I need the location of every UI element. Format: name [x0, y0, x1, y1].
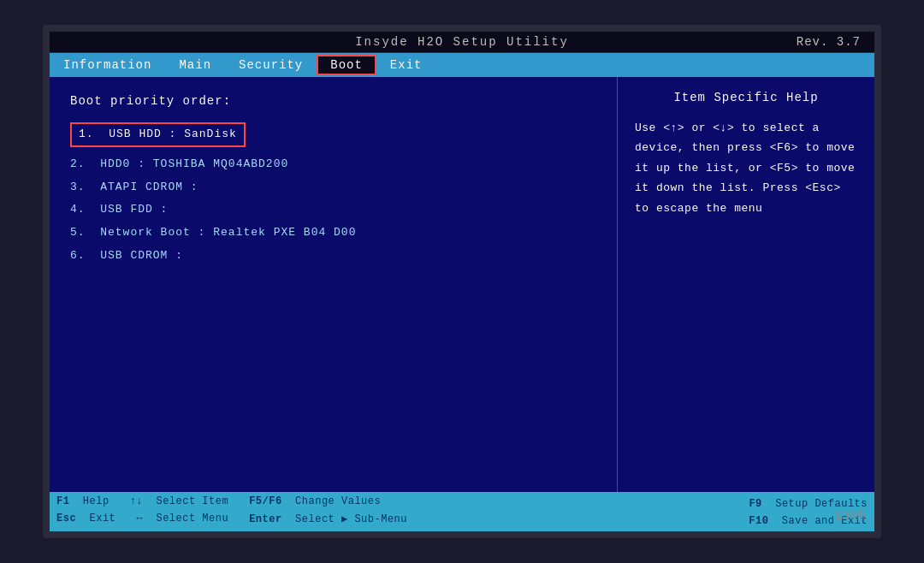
boot-item-2[interactable]: 2. HDD0 : TOSHIBA MQ04ABD200	[70, 153, 596, 176]
menu-item-information[interactable]: Information	[50, 55, 165, 75]
footer-f1-key: F1 Help	[56, 495, 110, 511]
boot-item-6[interactable]: 6. USB CDROM :	[70, 245, 596, 268]
footer-select-menu: ↔ Select Menu	[136, 513, 228, 528]
footer-enter: Enter Select ▶ Sub-Menu	[249, 513, 407, 528]
menu-item-boot[interactable]: Boot	[317, 55, 376, 75]
footer-bar: F1 Help ↑↓ Select Item F5/F6 Change Valu…	[50, 492, 874, 531]
boot-item-1[interactable]: 1. USB HDD : SanDisk	[70, 120, 596, 153]
menu-item-exit[interactable]: Exit	[376, 55, 436, 75]
help-panel-title: Item Specific Help	[635, 91, 857, 104]
main-content: Boot priority order: 1. USB HDD : SanDis…	[50, 77, 874, 492]
boot-item-5[interactable]: 5. Network Boot : Realtek PXE B04 D00	[70, 222, 596, 245]
menu-item-main[interactable]: Main	[165, 55, 225, 75]
boot-item-1-highlight: 1. USB HDD : SanDisk	[70, 122, 246, 147]
footer-f5f6: F5/F6 Change Values	[249, 495, 381, 511]
footer-esc-key: Esc Exit	[56, 513, 116, 528]
left-panel: Boot priority order: 1. USB HDD : SanDis…	[50, 77, 618, 492]
right-panel: Item Specific Help Use <↑> or <↓> to sel…	[618, 77, 874, 492]
bios-revision: Rev. 3.7	[797, 35, 861, 49]
boot-item-4[interactable]: 4. USB FDD :	[70, 199, 596, 222]
bios-screen: Insyde H2O Setup Utility Rev. 3.7 Inform…	[43, 25, 881, 538]
boot-item-3[interactable]: 3. ATAPI CDROM :	[70, 176, 596, 199]
help-text: Use <↑> or <↓> to select a device, then …	[635, 118, 857, 218]
menu-item-security[interactable]: Security	[225, 55, 317, 75]
title-bar: Insyde H2O Setup Utility Rev. 3.7	[50, 32, 874, 53]
watermark: 值得买	[835, 508, 866, 523]
bios-title: Insyde H2O Setup Utility	[355, 35, 569, 49]
boot-section-title: Boot priority order:	[70, 94, 596, 108]
footer-select-item: ↑↓ Select Item	[130, 495, 229, 511]
menu-bar: Information Main Security Boot Exit	[50, 53, 874, 77]
